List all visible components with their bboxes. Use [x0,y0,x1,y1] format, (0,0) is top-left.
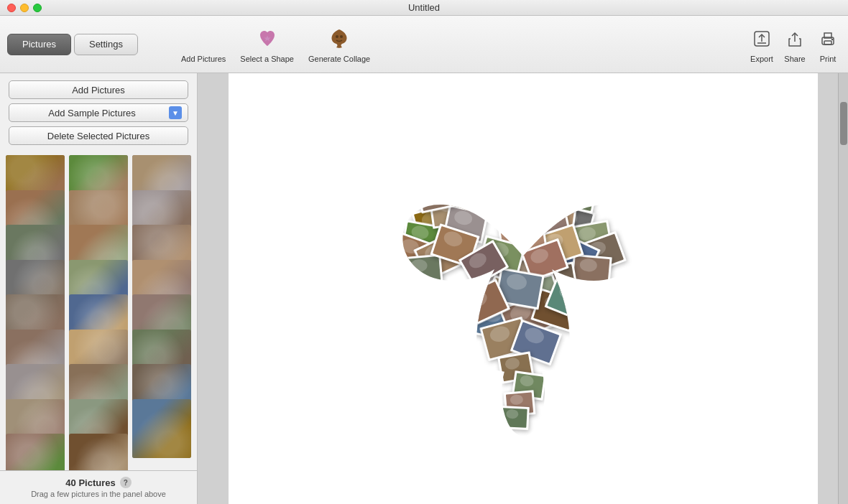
add-sample-pictures-button[interactable]: Add Sample Pictures ▼ [9,103,188,122]
select-shape-action[interactable]: Select a Shape [240,26,294,63]
window-title: Untitled [408,2,440,13]
drag-hint: Drag a few pictures in the panel above [9,490,188,498]
thumbnail-grid [0,149,197,470]
generate-collage-label: Generate Collage [308,55,370,63]
scrollbar-thumb [840,102,847,145]
minimize-button[interactable] [20,4,29,12]
tab-group: Pictures Settings [7,34,138,55]
picture-count: 40 Pictures [65,477,115,488]
generate-collage-icon [326,26,352,52]
generate-collage-action[interactable]: Generate Collage [308,26,370,63]
print-label: Print [820,55,837,63]
tab-pictures[interactable]: Pictures [7,34,71,55]
canvas-area[interactable] [198,73,848,504]
add-pictures-label: Add Pictures [181,55,226,63]
canvas-frame [229,73,818,504]
main-content: Add Pictures Add Sample Pictures ▼ Delet… [0,73,848,504]
export-icon [749,26,775,52]
print-icon [815,26,841,52]
print-button[interactable]: Print [815,26,841,63]
list-item[interactable] [6,434,65,470]
export-label: Export [750,55,773,63]
picture-count-row: 40 Pictures ? [9,477,188,488]
toolbar: Pictures Settings Add Pictures Select a … [0,16,848,73]
svg-point-9 [831,38,833,39]
toolbar-right-actions: Export Share Print [749,26,841,63]
window-controls [7,4,42,12]
sidebar-buttons: Add Pictures Add Sample Pictures ▼ Delet… [0,73,197,149]
canvas-scrollbar[interactable] [838,73,848,504]
tab-settings[interactable]: Settings [74,34,138,55]
list-item[interactable] [69,434,128,470]
share-icon [782,26,808,52]
add-sample-label: Add Sample Pictures [15,108,169,118]
export-button[interactable]: Export [749,26,775,63]
select-shape-icon [254,26,280,52]
svg-rect-8 [824,41,831,45]
title-bar: Untitled [0,0,848,16]
list-item[interactable] [132,399,191,458]
maximize-button[interactable] [33,4,42,12]
select-shape-label: Select a Shape [240,55,294,63]
add-pictures-action[interactable]: Add Pictures [181,26,226,63]
help-icon[interactable]: ? [120,477,132,488]
share-label: Share [784,55,805,63]
svg-point-1 [336,35,338,38]
delete-selected-button[interactable]: Delete Selected Pictures [9,126,188,145]
add-pictures-button[interactable]: Add Pictures [9,80,188,99]
dropdown-chevron-icon[interactable]: ▼ [169,106,182,119]
toolbar-actions: Add Pictures Select a Shape [181,26,370,63]
close-button[interactable] [7,4,16,12]
collage-svg [272,84,775,493]
svg-point-2 [340,35,343,38]
add-pictures-icon [190,26,216,52]
collage-container [229,73,818,504]
share-button[interactable]: Share [782,26,808,63]
sidebar-footer: 40 Pictures ? Drag a few pictures in the… [0,470,197,504]
sidebar: Add Pictures Add Sample Pictures ▼ Delet… [0,73,198,504]
